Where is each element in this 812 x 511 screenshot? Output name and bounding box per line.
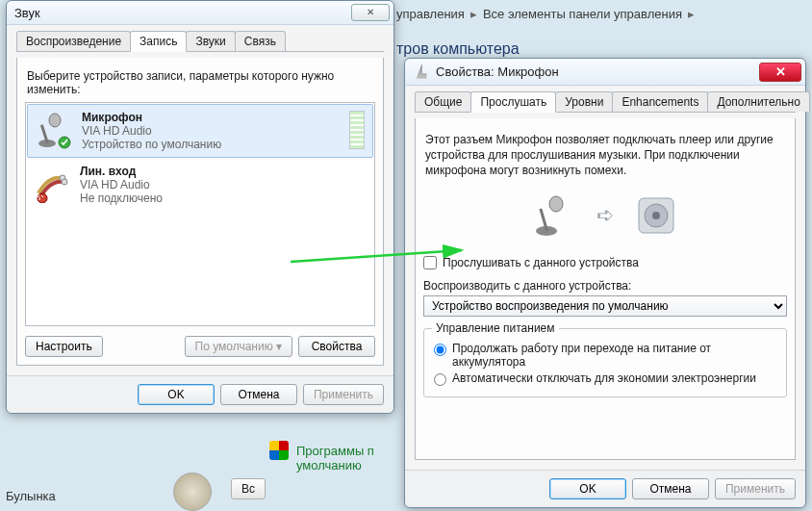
- instruction-text: Выберите устройство записи, параметры ко…: [27, 69, 373, 96]
- avatar: [173, 473, 212, 511]
- power-management-group: Управление питанием Продолжать работу пр…: [423, 328, 787, 397]
- cancel-button[interactable]: Отмена: [632, 478, 709, 499]
- microphone-icon: [36, 111, 74, 149]
- tab-levels[interactable]: Уровни: [555, 91, 613, 112]
- listen-checkbox[interactable]: [423, 256, 437, 269]
- power-continue-radio[interactable]: [434, 344, 446, 356]
- device-name: Микрофон: [82, 111, 342, 124]
- playback-device-select[interactable]: Устройство воспроизведения по умолчанию: [423, 295, 787, 317]
- svg-point-9: [549, 196, 563, 212]
- tab-recording[interactable]: Запись: [130, 31, 187, 52]
- close-icon[interactable]: ✕: [759, 63, 801, 82]
- bg-programs-sub: умолчанию: [269, 458, 362, 473]
- device-status: Устройство по умолчанию: [82, 138, 342, 151]
- tab-enhancements[interactable]: Enhancements: [612, 91, 708, 112]
- sound-tabs: Воспроизведение Запись Звуки Связь: [16, 31, 384, 52]
- power-auto-off-label: Автоматически отключать для экономии эле…: [452, 371, 756, 385]
- arrow-right-icon: ➪: [596, 203, 614, 228]
- breadcrumb: управления▸Все элементы панели управлени…: [396, 7, 700, 21]
- svg-point-5: [62, 179, 67, 185]
- tab-general[interactable]: Общие: [415, 91, 471, 112]
- level-meter: [349, 111, 365, 149]
- sound-title: Звук: [14, 6, 347, 20]
- tab-sounds[interactable]: Звуки: [186, 31, 235, 51]
- device-item-microphone[interactable]: Микрофон VIA HD Audio Устройство по умол…: [27, 104, 373, 158]
- props-titlebar[interactable]: Свойства: Микрофон ✕: [405, 59, 805, 86]
- listen-checkbox-label: Прослушивать с данного устройства: [443, 256, 639, 269]
- listen-illustration: ➪: [423, 192, 787, 239]
- apply-button[interactable]: Применить: [715, 478, 796, 499]
- bg-user-name: Булынка: [6, 489, 56, 503]
- svg-point-2: [49, 114, 61, 127]
- shield-icon: [269, 441, 289, 460]
- tab-playback[interactable]: Воспроизведение: [16, 31, 131, 51]
- device-item-linein[interactable]: Лин. вход VIA HD Audio Не подключено: [26, 159, 374, 211]
- properties-button[interactable]: Свойства: [298, 336, 375, 357]
- device-status: Не подключено: [80, 192, 367, 205]
- set-default-button[interactable]: По умолчанию ▾: [185, 336, 293, 357]
- device-list[interactable]: Микрофон VIA HD Audio Устройство по умол…: [25, 102, 375, 326]
- configure-button[interactable]: Настроить: [25, 336, 103, 357]
- ok-button[interactable]: OK: [138, 384, 215, 405]
- mic-properties-window: Свойства: Микрофон ✕ Общие Прослушать Ур…: [404, 58, 806, 508]
- cancel-button[interactable]: Отмена: [220, 384, 297, 405]
- microphone-icon: [531, 192, 577, 239]
- ok-button[interactable]: OK: [549, 478, 626, 499]
- power-group-legend: Управление питанием: [432, 321, 559, 335]
- bg-user-button[interactable]: Вс: [231, 478, 266, 499]
- listen-description: Этот разъем Микрофон позволяет подключат…: [425, 132, 785, 179]
- linein-icon: [34, 165, 72, 203]
- playback-device-label: Воспроизводить с данного устройства:: [423, 279, 787, 293]
- power-auto-off-radio[interactable]: [434, 373, 446, 386]
- sound-window: Звук ✕ Воспроизведение Запись Звуки Связ…: [6, 0, 394, 414]
- device-driver: VIA HD Audio: [82, 124, 342, 138]
- bg-heading: тров компьютера: [396, 40, 520, 58]
- close-icon[interactable]: ✕: [351, 4, 390, 21]
- device-driver: VIA HD Audio: [80, 178, 367, 192]
- power-continue-label: Продолжать работу при переходе на питани…: [452, 342, 776, 369]
- device-name: Лин. вход: [80, 165, 367, 178]
- props-tabs: Общие Прослушать Уровни Enhancements Доп…: [415, 91, 796, 113]
- sound-titlebar[interactable]: Звук ✕: [7, 1, 393, 25]
- bg-programs[interactable]: Программы п: [269, 441, 374, 460]
- tab-advanced[interactable]: Дополнительно: [707, 91, 809, 112]
- svg-point-12: [652, 212, 660, 219]
- apply-button[interactable]: Применить: [303, 384, 384, 405]
- speaker-icon: [633, 192, 679, 239]
- microphone-icon: [413, 64, 430, 81]
- tab-communications[interactable]: Связь: [235, 31, 286, 51]
- props-title: Свойства: Микрофон: [436, 64, 759, 79]
- tab-listen[interactable]: Прослушать: [470, 91, 556, 113]
